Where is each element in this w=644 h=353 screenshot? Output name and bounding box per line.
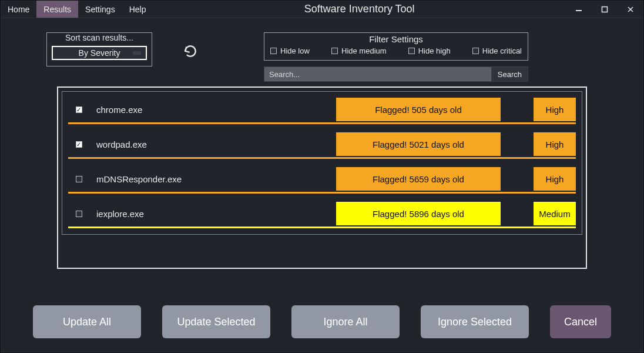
filter-panel-title: Filter Settings [270,34,522,44]
menu-item-home[interactable]: Home [1,1,36,18]
result-name: iexplore.exe [89,202,336,225]
result-checkbox[interactable] [68,98,89,121]
sort-panel-title: Sort scan results... [47,32,152,44]
result-flag: Flagged! 5021 days old [336,132,501,156]
filter-panel: Filter Settings Hide lowHide mediumHide … [264,32,528,61]
result-flag: Flagged! 5896 days old [336,202,501,225]
result-name: chrome.exe [89,98,336,121]
sort-panel: Sort scan results... By Severity [46,32,152,66]
filter-label: Hide medium [341,46,387,55]
result-name: wordpad.exe [89,132,336,156]
window-title: Software Inventory Tool [153,1,566,18]
results-list: chrome.exeFlagged! 505 days oldHighwordp… [62,91,582,235]
maximize-button[interactable] [592,1,618,18]
filter-hide-critical[interactable]: Hide critical [472,46,522,55]
checkbox-icon [76,141,82,148]
checkbox-icon [76,106,82,113]
result-checkbox[interactable] [68,132,89,156]
sort-select[interactable]: By Severity [52,46,147,60]
checkbox-icon [472,48,479,54]
svg-rect-1 [602,6,608,12]
result-row: chrome.exeFlagged! 505 days oldHigh [68,98,576,121]
window-controls [566,1,643,18]
result-checkbox[interactable] [68,202,89,225]
checkbox-icon [76,211,82,217]
refresh-button[interactable] [182,43,199,59]
cancel-button[interactable]: Cancel [550,305,611,338]
minimize-button[interactable] [566,1,592,18]
menu-item-results[interactable]: Results [36,1,78,18]
result-severity: High [534,167,576,191]
result-severity: Medium [534,202,576,225]
search-input[interactable] [264,66,492,82]
result-row: iexplore.exeFlagged! 5896 days oldMedium [68,202,576,225]
filter-hide-low[interactable]: Hide low [270,46,310,55]
dropdown-handle-icon [133,51,141,55]
checkbox-icon [76,176,82,182]
sort-select-value: By Severity [79,48,120,58]
menu-item-help[interactable]: Help [122,1,153,18]
result-flag: Flagged! 5659 days old [336,167,501,191]
update-all-button[interactable]: Update All [33,305,141,338]
checkbox-icon [331,48,338,54]
filter-label: Hide high [418,46,451,55]
ignore-selected-button[interactable]: Ignore Selected [421,305,529,338]
ignore-all-button[interactable]: Ignore All [291,305,400,338]
action-bar: Update All Update Selected Ignore All Ig… [1,305,643,338]
titlebar: HomeResultsSettingsHelp Software Invento… [1,1,643,18]
result-severity: High [534,132,576,156]
menu-item-settings[interactable]: Settings [78,1,122,18]
filter-label: Hide critical [482,46,522,55]
result-checkbox[interactable] [68,167,89,191]
result-severity: High [534,98,576,121]
search-button[interactable]: Search [492,66,528,82]
refresh-icon [183,44,198,59]
update-selected-button[interactable]: Update Selected [162,305,270,338]
checkbox-icon [408,48,415,54]
main-menu: HomeResultsSettingsHelp [1,1,153,18]
filter-hide-medium[interactable]: Hide medium [331,46,387,55]
close-button[interactable] [618,1,643,18]
filter-hide-high[interactable]: Hide high [408,46,451,55]
filter-label: Hide low [280,46,310,55]
results-panel: chrome.exeFlagged! 505 days oldHighwordp… [57,86,587,269]
result-name: mDNSResponder.exe [89,167,336,191]
checkbox-icon [270,48,277,54]
result-row: mDNSResponder.exeFlagged! 5659 days oldH… [68,167,576,191]
result-flag: Flagged! 505 days old [336,98,501,121]
result-row: wordpad.exeFlagged! 5021 days oldHigh [68,132,576,156]
